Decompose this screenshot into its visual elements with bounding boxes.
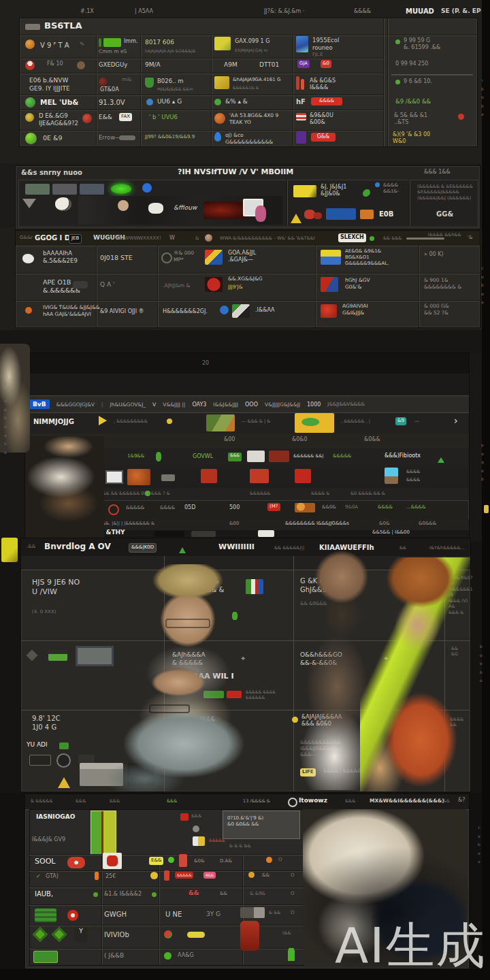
colorful-tile[interactable] — [205, 250, 223, 265]
search-block[interactable]: SLEXCH — [338, 233, 366, 242]
round-icon[interactable] — [56, 753, 71, 768]
red-chip: &&&&& — [175, 872, 193, 879]
row-label[interactable]: GWGH — [104, 910, 127, 919]
thumbnail[interactable] — [214, 76, 229, 89]
stats-text: 0 99 94 250 — [395, 61, 428, 67]
avatar[interactable] — [205, 234, 212, 242]
thumbnail[interactable] — [296, 36, 308, 52]
row-label[interactable]: 0E &9 — [43, 134, 63, 142]
table-title: IASNIOGAO — [36, 813, 75, 821]
stats-text: 9 6 &6 10. — [404, 78, 432, 85]
green-glow-icon[interactable] — [111, 184, 131, 194]
app-icon[interactable] — [25, 39, 35, 49]
red-round-icon[interactable] — [67, 857, 85, 868]
row-label[interactable]: V 9 ᴾ T A — [40, 41, 69, 50]
cell-text: &&&& & — [311, 491, 329, 496]
thumbnail[interactable] — [232, 304, 250, 318]
header-chip[interactable]: JEB — [69, 234, 82, 244]
red-badge[interactable]: &0 — [321, 60, 331, 68]
thumbnail[interactable] — [25, 184, 50, 195]
icon-chip[interactable] — [29, 755, 51, 766]
app-logo[interactable]: BvB — [29, 399, 50, 409]
topbar-item-1: #.1X — [80, 8, 94, 15]
red-tile[interactable] — [295, 469, 311, 483]
purple-badge[interactable]: GJA — [297, 60, 310, 68]
yellow-tile[interactable] — [293, 185, 316, 197]
row-label[interactable]: GTA) — [46, 873, 59, 880]
red-tile[interactable] — [250, 469, 269, 483]
slider[interactable] — [406, 238, 444, 240]
row-label[interactable]: D E&.&G9 IJE&AG&&9?2 — [39, 112, 78, 127]
teal-chip[interactable]: &9 — [395, 417, 406, 425]
cell-text: 25€ — [105, 873, 116, 880]
header-chip[interactable]: &&&|K0D — [129, 543, 157, 553]
menu-item[interactable]: 1000 — [307, 402, 321, 408]
menu-item[interactable]: V&&JJJJ || — [163, 402, 185, 408]
red-green-blob — [164, 930, 172, 938]
header-item[interactable]: W — [169, 235, 175, 242]
white-badge[interactable] — [247, 451, 265, 462]
ball-icon[interactable] — [25, 61, 35, 70]
red-ring-icon[interactable] — [67, 910, 78, 921]
row-label[interactable]: IVIVIOb — [104, 930, 129, 939]
cell-text: AA&G — [178, 952, 194, 959]
flower-icon[interactable] — [25, 113, 34, 122]
menu-item[interactable]: V — [152, 402, 156, 408]
row-label[interactable]: SOOL — [35, 857, 55, 866]
blue-circle-icon[interactable] — [142, 183, 152, 193]
orange-dot — [25, 307, 32, 314]
menu-item[interactable]: V&JJJJJG&J&&JJ — [265, 402, 300, 408]
thumbnail[interactable] — [321, 250, 341, 265]
thumbnail[interactable] — [321, 277, 338, 292]
green-chip[interactable] — [33, 951, 58, 963]
thumbnail[interactable] — [295, 413, 334, 433]
thumbnail[interactable] — [206, 414, 235, 431]
blue-tile[interactable] — [326, 208, 356, 220]
thumbnail[interactable] — [214, 37, 231, 50]
red-circle-tile[interactable] — [205, 277, 223, 292]
edit-icon[interactable]: ✎ — [80, 41, 85, 49]
header-item[interactable]: WWWWW — [115, 235, 139, 242]
white-chip[interactable]: FAX — [119, 113, 132, 121]
status-dot — [395, 39, 400, 44]
cell-text: &0 &&&& && & — [350, 491, 385, 496]
menu-item[interactable]: OOO — [245, 402, 258, 408]
tablet-thumb[interactable] — [76, 646, 114, 666]
red-tile[interactable] — [201, 469, 217, 483]
red-badge[interactable]: G&& — [311, 133, 336, 142]
red-chip[interactable]: (M? — [267, 503, 280, 511]
menu-item[interactable]: J&&JJ&&V&&&& — [327, 402, 365, 407]
cyan-figure-tile[interactable] — [385, 468, 398, 484]
thumbnail[interactable] — [80, 184, 104, 195]
row-label[interactable]: E06 b.&NVW GE9. IY IJJJITE — [29, 77, 70, 93]
red-badge[interactable] — [269, 451, 289, 462]
window-thumb[interactable] — [105, 470, 123, 484]
red-tile[interactable] — [321, 304, 337, 318]
green-tile[interactable] — [48, 650, 67, 661]
row-label[interactable]: MEL 'Ub& — [40, 98, 78, 108]
yellow-logo[interactable] — [1, 538, 18, 562]
window-titlebar[interactable] — [25, 353, 469, 374]
row-label[interactable]: ( J&&B — [104, 952, 124, 960]
chevron-right-icon[interactable]: › — [454, 414, 458, 427]
menu-item[interactable]: Jh&U&GOV&J_ — [110, 402, 146, 408]
green-sphere-icon[interactable] — [25, 133, 37, 144]
thumbnail[interactable] — [52, 184, 77, 195]
bar-item: & &&&&& — [31, 798, 52, 804]
red-badge[interactable]: &&&& — [311, 97, 342, 105]
row-label[interactable]: bAAAAIhA &.5&&&2E9 — [43, 250, 78, 265]
menu-item[interactable]: OAY3 — [192, 402, 206, 408]
bar-item: && — [443, 798, 450, 804]
header-item[interactable]: WXXXXX! — [138, 235, 161, 242]
orange-tile[interactable] — [360, 210, 374, 219]
row-label[interactable]: IAUB, — [35, 889, 53, 898]
row-label[interactable]: F& 10 — [47, 61, 63, 67]
green-icon[interactable] — [25, 97, 35, 108]
triangle-icon[interactable] — [22, 199, 36, 215]
menu-item[interactable]: I&&J&&JJJJ — [213, 402, 238, 408]
green-tile[interactable]: &&& — [228, 453, 242, 461]
orange-thumb[interactable] — [127, 469, 150, 485]
row-label[interactable]: IVIG& T&U&& &JJ&J&& hAA GAJ&'&&&AJVI — [43, 304, 100, 318]
divider — [293, 556, 294, 791]
menu-item[interactable]: &&&GGOJGJ&V — [56, 402, 95, 408]
